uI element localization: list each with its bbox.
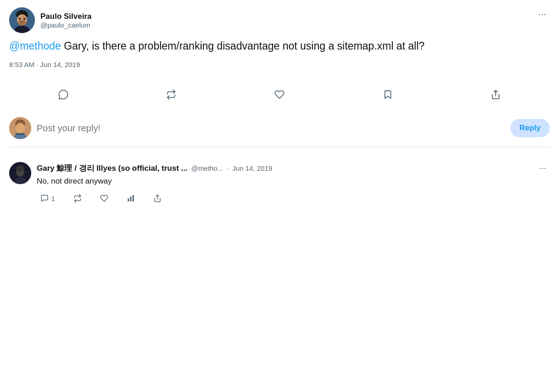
reply-like-button[interactable]: [96, 192, 112, 206]
svg-rect-12: [16, 133, 25, 135]
reply-tweet-body: Gary 鯨理 / 경리 Illyes (so official, trust …: [37, 162, 550, 206]
svg-rect-19: [133, 195, 134, 202]
like-action-button[interactable]: [268, 85, 291, 104]
retweet-action-button[interactable]: [160, 85, 182, 104]
share-icon: [490, 89, 501, 100]
like-icon: [274, 89, 285, 100]
more-icon: ···: [538, 9, 546, 19]
avatar: [9, 7, 35, 33]
tweet-timestamp: 8:53 AM · Jun 14, 2019: [9, 61, 550, 76]
share-action-button[interactable]: [485, 85, 507, 104]
reply-tweet-action-bar: 1: [37, 192, 550, 206]
reply-icon: [58, 89, 69, 100]
more-dots-icon: ···: [539, 163, 546, 173]
reply-input-field[interactable]: [37, 123, 505, 134]
reply-tweet: Gary 鯨理 / 경리 Illyes (so official, trust …: [0, 147, 559, 221]
reply-submit-button[interactable]: Reply: [510, 119, 550, 137]
user-handle: @paulo_caelum: [40, 21, 92, 29]
tweet-user-info: Paulo Silveira @paulo_caelum: [9, 7, 92, 33]
tweet-text: @methode Gary, is there a problem/rankin…: [9, 39, 550, 53]
reply-tweet-inner: Gary 鯨理 / 경리 Illyes (so official, trust …: [9, 155, 550, 213]
svg-point-10: [16, 123, 25, 133]
bookmark-icon: [382, 89, 393, 100]
reply-tweet-text: No, not direct anyway: [37, 176, 550, 187]
reply-stats-button[interactable]: [123, 192, 139, 206]
user-name-handle: Paulo Silveira @paulo_caelum: [40, 12, 92, 29]
tweet-body: Gary, is there a problem/ranking disadva…: [61, 40, 425, 52]
reply-compose-area: Reply: [9, 110, 550, 147]
tweet-action-bar: [9, 84, 550, 110]
main-tweet: Paulo Silveira @paulo_caelum ··· @method…: [0, 0, 559, 147]
reply-retweet-icon: [73, 194, 82, 204]
svg-rect-17: [128, 198, 129, 202]
tweet-header: Paulo Silveira @paulo_caelum ···: [9, 7, 550, 33]
svg-rect-18: [130, 196, 131, 202]
svg-point-15: [16, 165, 24, 172]
reply-stats-icon: [127, 194, 135, 204]
dot-separator: ·: [227, 164, 229, 172]
reply-tweet-date: Jun 14, 2019: [232, 164, 272, 172]
mention-link[interactable]: @methode: [9, 40, 61, 52]
reply-reply-button[interactable]: 1: [37, 192, 59, 206]
reply-author-name: Gary 鯨理 / 경리 Illyes (so official, trust …: [37, 163, 188, 174]
reply-author-handle: @metho...: [191, 164, 223, 172]
reply-share-button[interactable]: [150, 192, 165, 206]
reply-reply-count: 1: [51, 195, 55, 202]
svg-point-3: [18, 20, 26, 26]
reply-share-icon: [153, 194, 162, 204]
reply-more-button[interactable]: ···: [536, 162, 550, 174]
reply-retweet-button[interactable]: [70, 192, 85, 206]
current-user-avatar: [9, 117, 31, 139]
display-name: Paulo Silveira: [40, 12, 92, 21]
reply-like-icon: [100, 194, 108, 204]
svg-point-5: [19, 18, 21, 20]
bookmark-action-button[interactable]: [377, 85, 399, 104]
retweet-icon: [166, 89, 177, 100]
more-options-button[interactable]: ···: [535, 7, 550, 20]
reply-more-options: ···: [536, 162, 550, 174]
svg-point-6: [23, 18, 25, 20]
reply-reply-icon: [40, 194, 49, 204]
reply-tweet-header: Gary 鯨理 / 경리 Illyes (so official, trust …: [37, 162, 550, 174]
reply-action-button[interactable]: [52, 85, 74, 104]
reply-author-avatar: [9, 162, 31, 184]
